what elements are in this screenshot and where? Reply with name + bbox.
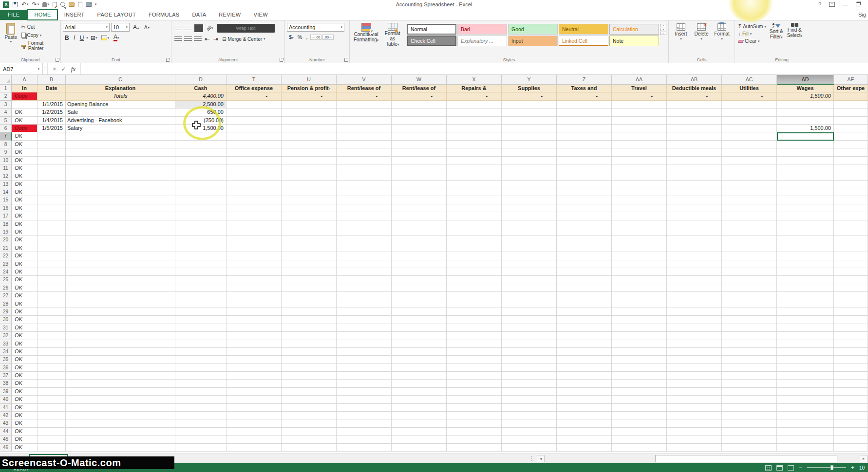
cell-X3[interactable] [447, 101, 502, 109]
cell-C38[interactable] [66, 380, 175, 387]
cell-AA9[interactable] [612, 148, 667, 156]
increase-font-button[interactable]: A▴ [131, 23, 141, 31]
cell-V2[interactable]: - [337, 92, 392, 100]
cell-C3[interactable]: Opening Balance [66, 101, 175, 109]
cell-Z38[interactable] [557, 380, 612, 387]
cell-T23[interactable] [226, 260, 282, 268]
header-cell-AA[interactable]: Travel [612, 85, 667, 92]
cell-AB3[interactable] [667, 101, 722, 109]
find-select-button[interactable]: Find & Select▾ [785, 22, 804, 39]
cell-C36[interactable] [66, 364, 175, 372]
cell-X13[interactable] [447, 181, 502, 188]
cell-AD34[interactable] [777, 348, 834, 356]
cell-AA29[interactable] [612, 308, 667, 316]
cell-T36[interactable] [226, 364, 282, 372]
cell-T5[interactable] [226, 117, 282, 125]
cell-U18[interactable] [282, 220, 337, 228]
cell-AD8[interactable] [777, 141, 834, 148]
header-cell-V[interactable]: Rent/lease of [337, 85, 392, 92]
cell-AE23[interactable] [834, 260, 868, 268]
cell-X8[interactable] [447, 141, 502, 148]
cell-AB10[interactable] [667, 157, 722, 164]
cell-Z25[interactable] [557, 276, 612, 284]
cell-AE39[interactable] [834, 388, 868, 396]
align-bottom-button[interactable] [194, 24, 203, 32]
cell-X17[interactable] [447, 212, 502, 220]
cell-AA18[interactable] [612, 220, 667, 228]
cell-A32[interactable]: OK [12, 332, 38, 340]
cell-X27[interactable] [447, 292, 502, 300]
cell-B17[interactable] [38, 212, 66, 220]
cell-W21[interactable] [392, 244, 447, 252]
row-header-17[interactable]: 17 [0, 212, 12, 220]
cell-AA20[interactable] [612, 236, 667, 244]
cell-X46[interactable] [447, 444, 502, 452]
cell-C8[interactable] [66, 141, 175, 148]
align-left-button[interactable] [174, 36, 182, 42]
italic-button[interactable]: I [72, 34, 77, 42]
cell-U34[interactable] [282, 348, 337, 356]
cell-AA46[interactable] [612, 444, 667, 452]
cell-X31[interactable] [447, 324, 502, 332]
cell-AB35[interactable] [667, 356, 722, 363]
cell-V8[interactable] [337, 141, 392, 148]
cell-AC9[interactable] [722, 148, 777, 156]
cell-AB25[interactable] [667, 276, 722, 284]
cell-A36[interactable]: OK [12, 364, 38, 372]
cell-AC42[interactable] [722, 412, 777, 419]
cell-D17[interactable] [175, 212, 226, 220]
cell-T3[interactable] [226, 101, 282, 109]
cell-C29[interactable] [66, 308, 175, 316]
cell-D19[interactable] [175, 228, 226, 236]
select-all-corner[interactable] [0, 75, 12, 85]
cell-C27[interactable] [66, 292, 175, 300]
header-cell-D[interactable]: Cash [175, 85, 226, 92]
cell-AB4[interactable] [667, 109, 722, 116]
cell-B45[interactable] [38, 436, 66, 443]
cell-Y9[interactable] [502, 148, 557, 156]
cell-V9[interactable] [337, 148, 392, 156]
cell-C22[interactable] [66, 252, 175, 260]
scroll-left-button[interactable]: ◂ [537, 455, 545, 462]
cell-D25[interactable] [175, 276, 226, 284]
insert-cells-button[interactable]: Insert▾ [671, 22, 691, 41]
cell-AC31[interactable] [722, 324, 777, 332]
cell-X41[interactable] [447, 404, 502, 412]
cell-AE28[interactable] [834, 300, 868, 308]
cell-A7[interactable]: OK [12, 132, 38, 140]
cell-X20[interactable] [447, 236, 502, 244]
cell-U2[interactable]: - [282, 92, 337, 100]
cell-D40[interactable] [175, 396, 226, 403]
header-cell-Z[interactable]: Taxes and [557, 85, 612, 92]
cell-AD3[interactable] [777, 101, 834, 109]
cell-T28[interactable] [226, 300, 282, 308]
style-input[interactable]: Input [508, 36, 558, 46]
cell-AD23[interactable] [777, 260, 834, 268]
cell-Y30[interactable] [502, 316, 557, 324]
cell-Z19[interactable] [557, 228, 612, 236]
cell-AC2[interactable]: - [722, 92, 777, 100]
cell-AC14[interactable] [722, 188, 777, 196]
cell-C10[interactable] [66, 157, 175, 164]
restore-button[interactable] [856, 2, 860, 6]
cell-U37[interactable] [282, 372, 337, 380]
row-header-26[interactable]: 26 [0, 284, 12, 292]
cell-AA32[interactable] [612, 332, 667, 340]
cell-AC34[interactable] [722, 348, 777, 356]
cell-B14[interactable] [38, 188, 66, 196]
style-note[interactable]: Note [609, 36, 659, 46]
gallery-more-button[interactable]: ▿ [660, 32, 666, 35]
percent-button[interactable]: % [296, 34, 304, 40]
cell-V22[interactable] [337, 252, 392, 260]
tab-formulas[interactable]: FORMULAS [142, 10, 186, 20]
cell-C46[interactable] [66, 444, 175, 452]
cell-AE14[interactable] [834, 188, 868, 196]
cell-V45[interactable] [337, 436, 392, 443]
cell-Z10[interactable] [557, 157, 612, 164]
cell-AE33[interactable] [834, 340, 868, 348]
cell-D37[interactable] [175, 372, 226, 380]
cell-Z34[interactable] [557, 348, 612, 356]
tab-data[interactable]: DATA [186, 10, 212, 20]
cell-AB38[interactable] [667, 380, 722, 387]
cell-A40[interactable]: OK [12, 396, 38, 403]
